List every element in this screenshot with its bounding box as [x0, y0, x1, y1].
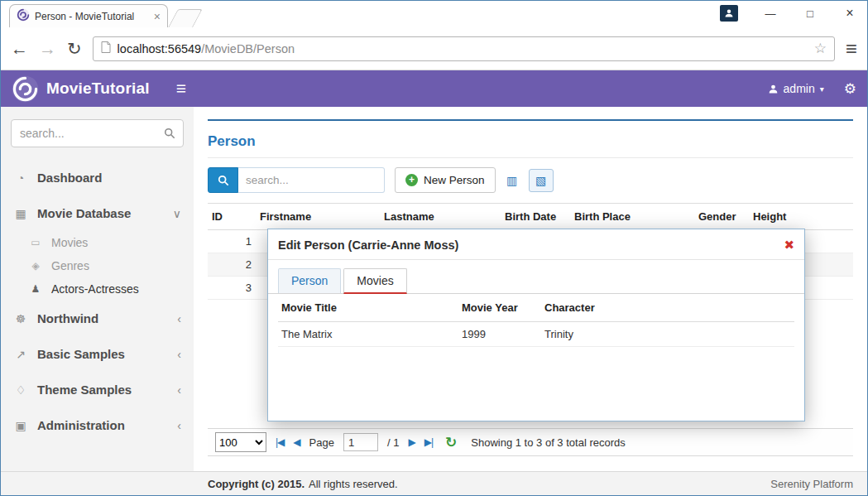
cell-id: 2 — [208, 253, 256, 277]
sidebar-item-theme-samples[interactable]: ♢ Theme Samples ‹ — [1, 372, 194, 407]
browser-tab[interactable]: Person - MovieTutorial × — [9, 4, 168, 27]
column-header-gender[interactable]: Gender — [694, 204, 749, 230]
tab-title: Person - MovieTutorial — [35, 11, 149, 22]
maximize-button[interactable]: □ — [803, 7, 818, 20]
column-header-movie-year[interactable]: Movie Year — [458, 294, 541, 322]
page-total: / 1 — [387, 436, 399, 449]
browser-menu-icon[interactable]: ≡ — [846, 39, 857, 59]
column-header-firstname[interactable]: Firstname — [256, 204, 380, 230]
column-header-birth-place[interactable]: Birth Place — [570, 204, 694, 230]
column-header-lastname[interactable]: Lastname — [380, 204, 501, 230]
person-icon: ♟ — [29, 283, 42, 295]
dashboard-icon: ◔ — [13, 171, 28, 185]
movie-row[interactable]: The Matrix 1999 Trinity — [278, 322, 794, 347]
sidebar-search — [11, 119, 184, 147]
grid-toolbar: + New Person ▥ ▧ — [208, 158, 853, 203]
cell-movie-year: 1999 — [458, 322, 541, 347]
sidebar-item-label: Actors-Actresses — [51, 282, 139, 296]
grid-search-input[interactable] — [238, 167, 385, 193]
app-footer: Copyright (c) 2015. All rights reserved.… — [1, 471, 867, 495]
plus-icon: + — [405, 174, 418, 186]
movies-icon: ▭ — [29, 237, 42, 248]
sidebar-item-label: Genres — [51, 259, 89, 272]
tab-movies[interactable]: Movies — [343, 268, 406, 294]
forward-icon[interactable]: → — [39, 40, 56, 57]
next-page-button[interactable]: ▶ — [408, 436, 415, 448]
browser-addressbar: ← → ↻ localhost:56549/MovieDB/Person ☆ ≡ — [1, 27, 867, 70]
page-number-input[interactable] — [343, 433, 378, 451]
url-bar[interactable]: localhost:56549/MovieDB/Person ☆ — [93, 36, 835, 61]
column-header-id[interactable]: ID — [208, 204, 256, 230]
sidebar-item-label: Administration — [37, 418, 125, 432]
sidebar-item-dashboard[interactable]: ◔ Dashboard — [1, 160, 194, 195]
copyright-text: All rights reserved. — [309, 478, 398, 490]
back-icon[interactable]: ← — [11, 40, 28, 57]
url-text: localhost:56549/MovieDB/Person — [117, 41, 295, 56]
minimize-button[interactable]: — — [763, 7, 778, 20]
window-controls: — □ × — [720, 5, 857, 22]
sidebar-item-movie-database[interactable]: ▦ Movie Database ∨ — [1, 195, 194, 231]
cell-id: 1 — [208, 230, 256, 253]
page-size-select[interactable]: 100 — [215, 432, 266, 452]
grid-groups-button[interactable]: ▥ — [502, 169, 522, 192]
app-title[interactable]: MovieTutorial — [46, 79, 150, 98]
dialog-close-icon[interactable]: ✖ — [784, 238, 794, 253]
reload-icon[interactable]: ↻ — [67, 40, 82, 57]
cell-id: 3 — [208, 277, 256, 300]
username: admin — [784, 82, 815, 95]
sidebar-item-movies[interactable]: ▭ Movies — [1, 231, 194, 254]
url-host: localhost:56549 — [117, 42, 202, 55]
sidebar-item-northwind[interactable]: ☸ Northwind ‹ — [1, 301, 194, 336]
grid-pager: 100 |◀ ◀ Page / 1 ▶ ▶| ↻ Showing 1 to 3 … — [208, 428, 853, 455]
movies-grid: Movie Title Movie Year Character The Mat… — [278, 294, 794, 347]
sidebar-toggle-icon[interactable]: ≡ — [176, 79, 186, 99]
close-button[interactable]: × — [842, 6, 857, 21]
sidebar-search-input[interactable] — [11, 119, 184, 147]
search-icon — [164, 128, 175, 142]
column-header-birth-date[interactable]: Birth Date — [501, 204, 570, 230]
edit-person-dialog: Edit Person (Carrie-Anne Moss) ✖ Person … — [267, 229, 805, 421]
tab-close-icon[interactable]: × — [154, 11, 161, 22]
profile-icon[interactable] — [720, 5, 738, 22]
column-header-character[interactable]: Character — [541, 294, 794, 322]
new-tab-button[interactable] — [168, 9, 203, 27]
sidebar-item-label: Basic Samples — [37, 347, 125, 361]
dialog-header[interactable]: Edit Person (Carrie-Anne Moss) ✖ — [268, 229, 804, 260]
sidebar: ◔ Dashboard ▦ Movie Database ∨ ▭ Movies … — [1, 107, 194, 471]
url-path: /MovieDB/Person — [201, 42, 295, 55]
sidebar-item-genres[interactable]: ◈ Genres — [1, 254, 194, 277]
chevron-left-icon: ‹ — [177, 419, 181, 432]
chevron-left-icon: ‹ — [177, 312, 181, 325]
settings-gear-icon[interactable]: ⚙ — [844, 80, 856, 98]
first-page-button[interactable]: |◀ — [276, 436, 284, 448]
grid-search-group — [208, 167, 385, 193]
app-logo-icon[interactable] — [12, 75, 39, 103]
column-header-height[interactable]: Height — [749, 204, 853, 230]
bookmark-star-icon[interactable]: ☆ — [814, 40, 827, 57]
movie-database-icon: ▦ — [13, 207, 28, 220]
sidebar-item-label: Dashboard — [37, 171, 102, 185]
prev-page-button[interactable]: ◀ — [293, 436, 300, 448]
column-picker-button[interactable]: ▧ — [529, 169, 554, 192]
quick-search-button[interactable] — [208, 167, 238, 193]
refresh-icon[interactable]: ↻ — [445, 434, 457, 451]
new-person-button[interactable]: + New Person — [395, 167, 496, 193]
tab-person[interactable]: Person — [278, 268, 341, 293]
northwind-icon: ☸ — [13, 312, 28, 325]
new-person-label: New Person — [424, 174, 485, 186]
dialog-title: Edit Person (Carrie-Anne Moss) — [278, 238, 458, 252]
last-page-button[interactable]: ▶| — [424, 436, 433, 448]
movies-grid-header-row: Movie Title Movie Year Character — [278, 294, 794, 322]
caret-down-icon: ▾ — [820, 84, 824, 94]
cell-character: Trinity — [541, 322, 794, 347]
sidebar-item-actors-actresses[interactable]: ♟ Actors-Actresses — [1, 277, 194, 301]
user-menu[interactable]: admin ▾ — [768, 82, 824, 95]
genres-icon: ◈ — [29, 260, 42, 272]
user-icon — [768, 84, 779, 94]
chevron-left-icon: ‹ — [177, 348, 181, 361]
page-label: Page — [309, 436, 334, 449]
sidebar-item-basic-samples[interactable]: ↗ Basic Samples ‹ — [1, 336, 194, 372]
column-header-movie-title[interactable]: Movie Title — [278, 294, 458, 322]
favicon-icon — [17, 8, 30, 25]
sidebar-item-administration[interactable]: ▣ Administration ‹ — [1, 407, 194, 443]
